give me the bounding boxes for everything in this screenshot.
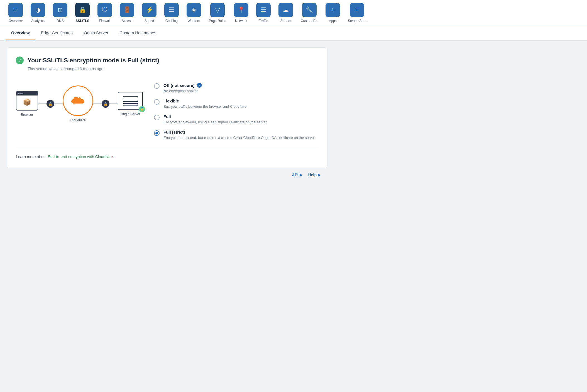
nav-icon-firewall: 🛡: [97, 3, 112, 17]
nav-item-ssl-tls[interactable]: 🔒SSL/TLS: [71, 0, 94, 26]
footer-link[interactable]: End-to-end encryption with Cloudflare: [48, 155, 113, 159]
radio-flexible[interactable]: [154, 99, 160, 105]
option-full[interactable]: FullEncrypts end-to-end, using a self si…: [154, 114, 318, 124]
option-text-off: Off (not secure)iNo encryption applied: [163, 83, 202, 93]
nav-label-ssl-tls: SSL/TLS: [75, 19, 89, 23]
cloudflare-node: Cloudflare: [63, 85, 93, 122]
nav-label-firewall: Firewall: [99, 19, 110, 23]
option-off[interactable]: Off (not secure)iNo encryption applied: [154, 83, 318, 93]
nav-icon-apps: +: [326, 3, 340, 17]
browser-box: 📦: [16, 91, 38, 111]
nav-item-stream[interactable]: ☁Stream: [275, 0, 297, 26]
nav-icon-stream: ☁: [278, 3, 293, 17]
nav-icon-overview: ≡: [8, 3, 23, 17]
line-1: [38, 104, 47, 104]
nav-icon-scrape-sh: ≡: [350, 3, 364, 17]
nav-label-page-rules: Page Rules: [209, 19, 226, 23]
nav-icon-dns: ⊞: [53, 3, 67, 17]
nav-label-analytics: Analytics: [31, 19, 45, 23]
option-full-strict[interactable]: Full (strict)Encrypts end-to-end, but re…: [154, 130, 318, 140]
nav-label-custom-p: Custom P...: [301, 19, 318, 23]
nav-item-traffic[interactable]: ☰Traffic: [252, 0, 275, 26]
radio-full-strict[interactable]: [154, 130, 160, 136]
server-lines: [123, 96, 138, 106]
nav-icon-traffic: ☰: [256, 3, 271, 17]
option-desc-full: Encrypts end-to-end, using a self signed…: [163, 120, 267, 124]
browser-box-header: [16, 92, 38, 95]
nav-item-custom-p[interactable]: 🔧Custom P...: [297, 0, 322, 26]
origin-server-label: Origin Server: [121, 112, 140, 116]
option-title-text-off: Off (not secure): [163, 83, 195, 88]
cloudflare-label: Cloudflare: [70, 118, 86, 122]
nav-item-analytics[interactable]: ◑Analytics: [27, 0, 49, 26]
nav-icon-ssl-tls: 🔒: [75, 3, 90, 17]
option-desc-full-strict: Encrypts end-to-end, but requires a trus…: [163, 136, 315, 140]
nav-item-speed[interactable]: ⚡Speed: [138, 0, 160, 26]
nav-item-workers[interactable]: ◈Workers: [183, 0, 205, 26]
line-4: [109, 104, 118, 104]
option-text-flexible: FlexibleEncrypts traffic between the bro…: [163, 99, 246, 109]
nav-label-overview: Overview: [9, 19, 23, 23]
lock-icon-1: 🔒: [47, 100, 54, 108]
lock-icon-2: 🔒: [102, 100, 109, 108]
radio-full[interactable]: [154, 115, 160, 120]
card-header: ✓ Your SSL/TLS encryption mode is Full (…: [16, 57, 318, 64]
nav-item-dns[interactable]: ⊞DNS: [49, 0, 71, 26]
radio-off[interactable]: [154, 83, 160, 89]
option-flexible[interactable]: FlexibleEncrypts traffic between the bro…: [154, 99, 318, 109]
server-line-1: [123, 96, 138, 98]
nav-item-apps[interactable]: +Apps: [322, 0, 344, 26]
nav-item-network[interactable]: 📍Network: [230, 0, 252, 26]
option-text-full: FullEncrypts end-to-end, using a self si…: [163, 114, 267, 124]
sub-nav-item-custom-hostnames[interactable]: Custom Hostnames: [114, 26, 162, 40]
api-chevron-icon: ▶: [300, 173, 303, 177]
option-title-text-flexible: Flexible: [163, 99, 179, 103]
option-desc-flexible: Encrypts traffic between the browser and…: [163, 104, 246, 109]
ssl-card: ✓ Your SSL/TLS encryption mode is Full (…: [7, 47, 327, 168]
server-box: 🏅: [118, 92, 143, 110]
sub-nav-item-origin-server[interactable]: Origin Server: [78, 26, 114, 40]
help-link[interactable]: Help ▶: [308, 173, 321, 177]
nav-label-stream: Stream: [280, 19, 291, 23]
nav-item-access[interactable]: 🚪Access: [116, 0, 138, 26]
option-title-text-full-strict: Full (strict): [163, 130, 185, 134]
help-chevron-icon: ▶: [318, 173, 321, 177]
nav-item-firewall[interactable]: 🛡Firewall: [94, 0, 116, 26]
option-title-flexible: Flexible: [163, 99, 246, 103]
option-desc-off: No encryption applied: [163, 89, 202, 93]
browser-icon: 📦: [23, 98, 31, 106]
api-link[interactable]: API ▶: [292, 173, 302, 177]
nav-item-overview[interactable]: ≡Overview: [4, 0, 27, 26]
nav-label-workers: Workers: [188, 19, 200, 23]
sub-nav-item-edge-certificates[interactable]: Edge Certificates: [35, 26, 78, 40]
nav-icon-caching: ☰: [164, 3, 179, 17]
nav-label-caching: Caching: [165, 19, 178, 23]
nav-item-caching[interactable]: ☰Caching: [160, 0, 183, 26]
cloudflare-circle: [63, 85, 93, 116]
origin-server-node: 🏅 Origin Server: [118, 92, 143, 116]
footer-prefix: Learn more about: [16, 155, 48, 159]
status-check-icon: ✓: [16, 57, 24, 64]
nav-label-apps: Apps: [329, 19, 337, 23]
nav-label-scrape-sh: Scrape Sh...: [348, 19, 366, 23]
nav-label-network: Network: [235, 19, 247, 23]
card-subtitle: This setting was last changed 3 months a…: [28, 67, 318, 71]
option-title-off: Off (not secure)i: [163, 83, 202, 88]
nav-icon-access: 🚪: [120, 3, 134, 17]
sub-nav-item-overview[interactable]: Overview: [6, 26, 35, 40]
dot2: [19, 93, 21, 94]
info-icon-off[interactable]: i: [197, 83, 202, 88]
nav-icon-speed: ⚡: [142, 3, 156, 17]
nav-icon-workers: ◈: [187, 3, 201, 17]
browser-label: Browser: [21, 113, 33, 117]
nav-icon-page-rules: ▽: [210, 3, 225, 17]
line-2: [54, 104, 63, 104]
nav-item-scrape-sh[interactable]: ≡Scrape Sh...: [344, 0, 370, 26]
card-title: Your SSL/TLS encryption mode is Full (st…: [28, 57, 159, 64]
server-line-2: [123, 100, 138, 102]
nav-item-page-rules[interactable]: ▽Page Rules: [205, 0, 230, 26]
bottom-actions: API ▶ Help ▶: [7, 168, 327, 182]
line-3: [93, 104, 102, 104]
radio-inner-full-strict: [155, 132, 158, 134]
server-line-3: [123, 103, 138, 106]
